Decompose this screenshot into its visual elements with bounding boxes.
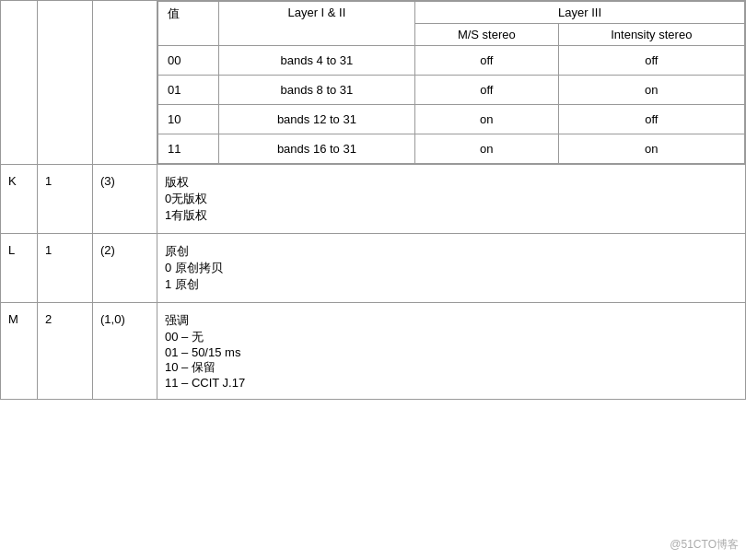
intensity-10: off <box>558 105 744 134</box>
inner-data-row-01: 01bands 8 to 31offon <box>158 76 745 105</box>
m-line3: 01 – 50/15 ms <box>165 345 738 359</box>
inner-table-cell: 值Layer I & IILayer IIIM/S stereoIntensit… <box>157 1 746 165</box>
empty-col-c <box>93 1 157 165</box>
layer1-00: bands 4 to 31 <box>218 46 414 76</box>
layer-table: 值Layer I & IILayer IIIM/S stereoIntensit… <box>157 1 745 164</box>
intensity-01: on <box>558 76 744 105</box>
row-l: L1(2)原创0 原创拷贝1 原创 <box>1 234 746 303</box>
val-00: 00 <box>158 46 219 76</box>
intensity-11: on <box>558 134 744 164</box>
k-line1: 版权 <box>165 174 738 191</box>
layer1-11: bands 16 to 31 <box>218 134 414 164</box>
layer1-10: bands 12 to 31 <box>218 105 414 134</box>
k-pos: (3) <box>93 165 157 234</box>
empty-col-a <box>1 1 38 165</box>
ms-header: M/S stereo <box>415 24 559 46</box>
m-line4: 10 – 保留 <box>165 359 738 376</box>
l-bits: 1 <box>38 234 93 303</box>
empty-col-b <box>38 1 93 165</box>
m-bits: 2 <box>38 303 93 400</box>
l-content: 原创0 原创拷贝1 原创 <box>157 234 746 303</box>
m-content: 强调00 – 无01 – 50/15 ms10 – 保留11 – CCIT J.… <box>157 303 746 400</box>
ms-01: off <box>415 76 559 105</box>
ms-00: off <box>415 46 559 76</box>
layer1-01: bands 8 to 31 <box>218 76 414 105</box>
intensity-00: off <box>558 46 744 76</box>
k-line3: 1有版权 <box>165 207 738 224</box>
inner-header-1: 值Layer I & IILayer III <box>158 2 745 24</box>
layer3-header: Layer III <box>415 2 745 24</box>
m-line5: 11 – CCIT J.17 <box>165 376 738 390</box>
inner-data-row-00: 00bands 4 to 31offoff <box>158 46 745 76</box>
val-01: 01 <box>158 76 219 105</box>
m-letter: M <box>1 303 38 400</box>
l-line3: 1 原创 <box>165 276 738 293</box>
l-letter: L <box>1 234 38 303</box>
m-line1: 强调 <box>165 312 738 329</box>
m-pos: (1,0) <box>93 303 157 400</box>
intensity-header: Intensity stereo <box>558 24 744 46</box>
k-line2: 0无版权 <box>165 191 738 207</box>
layer1-header: Layer I & II <box>218 2 414 46</box>
val-11: 11 <box>158 134 219 164</box>
main-table: 值Layer I & IILayer IIIM/S stereoIntensit… <box>0 0 746 400</box>
l-line2: 0 原创拷贝 <box>165 260 738 276</box>
top-section-row: 值Layer I & IILayer IIIM/S stereoIntensit… <box>1 1 746 165</box>
k-letter: K <box>1 165 38 234</box>
m-line2: 00 – 无 <box>165 329 738 345</box>
l-pos: (2) <box>93 234 157 303</box>
ms-11: on <box>415 134 559 164</box>
k-bits: 1 <box>38 165 93 234</box>
val-10: 10 <box>158 105 219 134</box>
l-line1: 原创 <box>165 243 738 260</box>
val-header: 值 <box>158 2 219 46</box>
row-k: K1(3)版权0无版权1有版权 <box>1 165 746 234</box>
k-content: 版权0无版权1有版权 <box>157 165 746 234</box>
inner-data-row-11: 11bands 16 to 31onon <box>158 134 745 164</box>
row-m: M2(1,0)强调00 – 无01 – 50/15 ms10 – 保留11 – … <box>1 303 746 400</box>
inner-data-row-10: 10bands 12 to 31onoff <box>158 105 745 134</box>
ms-10: on <box>415 105 559 134</box>
